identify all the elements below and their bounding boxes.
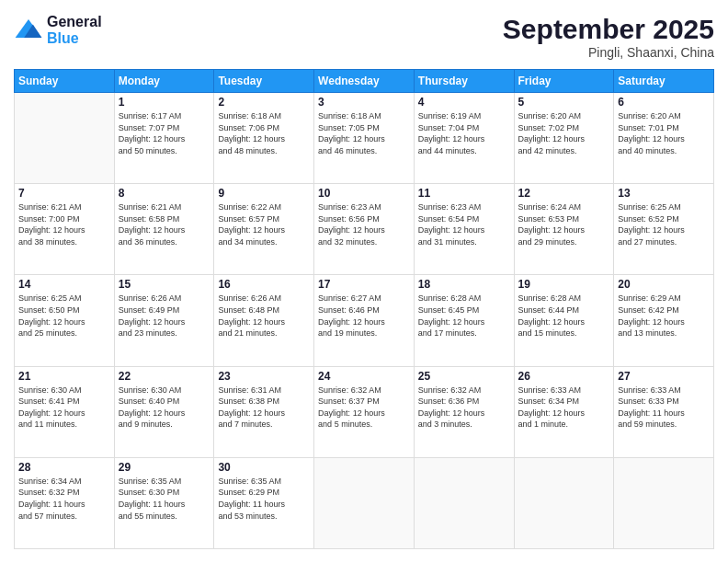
cell-w5-d2: 29Sunrise: 6:35 AMSunset: 6:30 PMDayligh… xyxy=(114,457,214,548)
calendar-body: 1Sunrise: 6:17 AMSunset: 7:07 PMDaylight… xyxy=(15,93,714,549)
cell-info-line: Daylight: 12 hours xyxy=(618,133,710,145)
cell-info-line: Sunset: 6:37 PM xyxy=(318,396,410,408)
col-thursday: Thursday xyxy=(414,70,514,93)
cell-w2-d4: 10Sunrise: 6:23 AMSunset: 6:56 PMDayligh… xyxy=(314,184,415,275)
cell-info-line: Sunrise: 6:23 AM xyxy=(418,201,510,213)
cell-w2-d2: 8Sunrise: 6:21 AMSunset: 6:58 PMDaylight… xyxy=(114,184,214,275)
cell-w4-d1: 21Sunrise: 6:30 AMSunset: 6:41 PMDayligh… xyxy=(15,366,115,457)
cell-info-line: and 53 minutes. xyxy=(218,511,310,523)
calendar-header-row: Sunday Monday Tuesday Wednesday Thursday… xyxy=(15,70,714,93)
cell-w1-d7: 6Sunrise: 6:20 AMSunset: 7:01 PMDaylight… xyxy=(614,93,714,184)
day-number: 26 xyxy=(518,370,610,383)
day-number: 2 xyxy=(218,96,310,109)
cell-info-line: and 27 minutes. xyxy=(618,236,710,248)
cell-info-line: and 32 minutes. xyxy=(318,236,410,248)
cell-info-line: Daylight: 12 hours xyxy=(418,316,510,328)
day-number: 3 xyxy=(318,96,410,109)
cell-info-line: Daylight: 11 hours xyxy=(119,499,210,511)
cell-info-line: Sunrise: 6:22 AM xyxy=(218,201,310,213)
cell-info-line: and 55 minutes. xyxy=(119,511,210,523)
day-number: 9 xyxy=(218,187,310,200)
cell-info-line: and 48 minutes. xyxy=(218,145,310,157)
cell-w2-d1: 7Sunrise: 6:21 AMSunset: 7:00 PMDaylight… xyxy=(15,184,115,275)
cell-info-line: Sunrise: 6:30 AM xyxy=(18,385,110,396)
cell-info-line: Daylight: 12 hours xyxy=(119,224,210,236)
cell-info-line: Daylight: 12 hours xyxy=(318,316,410,328)
cell-info-line: Sunrise: 6:32 AM xyxy=(318,385,410,396)
cell-info-line: Sunset: 6:53 PM xyxy=(518,213,610,225)
logo-icon xyxy=(14,16,43,45)
cell-info-line: and 7 minutes. xyxy=(218,419,310,431)
cell-info-line: Sunrise: 6:27 AM xyxy=(318,293,410,304)
location: Pingli, Shaanxi, China xyxy=(503,45,714,60)
cell-w3-d4: 17Sunrise: 6:27 AMSunset: 6:46 PMDayligh… xyxy=(314,275,415,366)
cell-w1-d3: 2Sunrise: 6:18 AMSunset: 7:06 PMDaylight… xyxy=(214,93,314,184)
cell-info-line: Daylight: 12 hours xyxy=(218,133,310,145)
day-number: 1 xyxy=(119,96,210,109)
day-number: 15 xyxy=(119,278,210,291)
cell-info-line: and 3 minutes. xyxy=(418,419,510,431)
cell-info-line: Sunrise: 6:18 AM xyxy=(318,110,410,122)
col-saturday: Saturday xyxy=(614,70,714,93)
week-row-2: 7Sunrise: 6:21 AMSunset: 7:00 PMDaylight… xyxy=(15,184,714,275)
calendar-table: Sunday Monday Tuesday Wednesday Thursday… xyxy=(14,69,714,549)
cell-w5-d6 xyxy=(514,457,614,548)
cell-info-line: and 36 minutes. xyxy=(119,236,210,248)
cell-info-line: Sunset: 6:52 PM xyxy=(618,213,710,225)
day-number: 28 xyxy=(18,461,110,474)
day-number: 21 xyxy=(18,370,110,383)
cell-info-line: and 44 minutes. xyxy=(418,145,510,157)
cell-info-line: Sunset: 7:02 PM xyxy=(518,122,610,134)
cell-info-line: and 59 minutes. xyxy=(618,419,710,431)
day-number: 12 xyxy=(518,187,610,200)
cell-w3-d2: 15Sunrise: 6:26 AMSunset: 6:49 PMDayligh… xyxy=(114,275,214,366)
cell-info-line: Sunrise: 6:33 AM xyxy=(618,385,710,396)
cell-w5-d1: 28Sunrise: 6:34 AMSunset: 6:32 PMDayligh… xyxy=(15,457,115,548)
cell-info-line: Sunset: 6:41 PM xyxy=(18,396,110,408)
cell-info-line: Sunset: 6:46 PM xyxy=(318,304,410,316)
cell-info-line: Sunset: 6:33 PM xyxy=(618,396,710,408)
cell-info-line: Daylight: 12 hours xyxy=(418,224,510,236)
cell-w4-d4: 24Sunrise: 6:32 AMSunset: 6:37 PMDayligh… xyxy=(314,366,415,457)
cell-info-line: Sunrise: 6:25 AM xyxy=(18,293,110,304)
cell-info-line: Sunrise: 6:21 AM xyxy=(18,201,110,213)
day-number: 20 xyxy=(618,278,710,291)
cell-w2-d6: 12Sunrise: 6:24 AMSunset: 6:53 PMDayligh… xyxy=(514,184,614,275)
cell-info-line: Daylight: 12 hours xyxy=(318,133,410,145)
day-number: 24 xyxy=(318,370,410,383)
cell-info-line: Sunrise: 6:33 AM xyxy=(518,385,610,396)
cell-info-line: Sunset: 6:40 PM xyxy=(119,396,210,408)
day-number: 23 xyxy=(218,370,310,383)
cell-info-line: Sunset: 6:32 PM xyxy=(18,487,110,499)
cell-info-line: Sunset: 7:04 PM xyxy=(418,122,510,134)
cell-info-line: Sunset: 7:06 PM xyxy=(218,122,310,134)
col-tuesday: Tuesday xyxy=(214,70,314,93)
cell-w5-d3: 30Sunrise: 6:35 AMSunset: 6:29 PMDayligh… xyxy=(214,457,314,548)
cell-info-line: and 23 minutes. xyxy=(119,327,210,339)
cell-info-line: Sunrise: 6:31 AM xyxy=(218,385,310,396)
cell-w1-d5: 4Sunrise: 6:19 AMSunset: 7:04 PMDaylight… xyxy=(414,93,514,184)
day-number: 4 xyxy=(418,96,510,109)
cell-info-line: and 17 minutes. xyxy=(418,327,510,339)
cell-w5-d7 xyxy=(614,457,714,548)
week-row-5: 28Sunrise: 6:34 AMSunset: 6:32 PMDayligh… xyxy=(15,457,714,548)
day-number: 17 xyxy=(318,278,410,291)
cell-info-line: and 46 minutes. xyxy=(318,145,410,157)
cell-info-line: Sunset: 6:42 PM xyxy=(618,304,710,316)
cell-info-line: and 13 minutes. xyxy=(618,327,710,339)
cell-info-line: Daylight: 11 hours xyxy=(618,408,710,419)
cell-w2-d3: 9Sunrise: 6:22 AMSunset: 6:57 PMDaylight… xyxy=(214,184,314,275)
cell-info-line: Daylight: 12 hours xyxy=(218,224,310,236)
day-number: 18 xyxy=(418,278,510,291)
page: General Blue September 2025 Pingli, Shaa… xyxy=(0,0,728,563)
cell-info-line: Daylight: 12 hours xyxy=(318,408,410,419)
cell-info-line: Daylight: 12 hours xyxy=(18,224,110,236)
cell-info-line: Sunrise: 6:20 AM xyxy=(518,110,610,122)
cell-info-line: and 19 minutes. xyxy=(318,327,410,339)
day-number: 30 xyxy=(218,461,310,474)
cell-info-line: Daylight: 12 hours xyxy=(18,408,110,419)
cell-info-line: Sunrise: 6:23 AM xyxy=(318,201,410,213)
day-number: 22 xyxy=(119,370,210,383)
cell-w5-d4 xyxy=(314,457,415,548)
day-number: 27 xyxy=(618,370,710,383)
